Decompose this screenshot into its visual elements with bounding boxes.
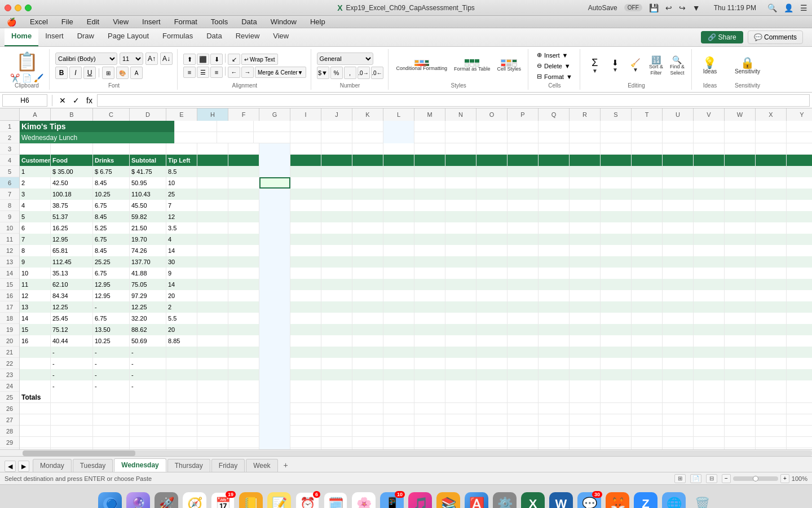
col-header-A[interactable]: A <box>20 108 51 121</box>
cell-A5[interactable]: 1 <box>20 166 51 177</box>
cell-V24[interactable] <box>694 380 725 392</box>
angle-counterclockwise-button[interactable]: ↙ <box>228 54 240 65</box>
cell-K7[interactable] <box>352 189 383 200</box>
cell-S27[interactable] <box>601 414 632 426</box>
cell-L14[interactable] <box>383 268 414 279</box>
cell-F29[interactable] <box>197 437 228 448</box>
cell-T29[interactable] <box>632 437 663 448</box>
cell-I10[interactable] <box>290 222 321 234</box>
cell-B14[interactable]: 35.13 <box>51 268 93 279</box>
cell-L17[interactable] <box>383 301 414 313</box>
cell-U25[interactable] <box>663 392 694 403</box>
menu-tools[interactable]: Tools <box>209 16 230 27</box>
cell-X3[interactable] <box>756 143 787 155</box>
cell-U12[interactable] <box>663 245 694 256</box>
cell-W25[interactable] <box>725 392 756 403</box>
row-num-9[interactable]: 9 <box>0 211 19 222</box>
cell-R17[interactable] <box>570 301 601 313</box>
tab-review[interactable]: Review <box>229 28 267 46</box>
col-header-R[interactable]: R <box>570 108 601 121</box>
cell-I6[interactable] <box>290 177 321 189</box>
cell-Q5[interactable] <box>539 166 570 177</box>
cell-F17[interactable] <box>197 301 228 313</box>
cell-D19[interactable]: 88.62 <box>130 324 166 335</box>
cell-V5[interactable] <box>694 166 725 177</box>
cell-V28[interactable] <box>694 426 725 437</box>
cell-Q12[interactable] <box>539 245 570 256</box>
cell-N19[interactable] <box>445 324 476 335</box>
cell-P19[interactable] <box>508 324 539 335</box>
cell-J19[interactable] <box>321 324 352 335</box>
cell-G15[interactable] <box>228 279 259 290</box>
cell-T12[interactable] <box>632 245 663 256</box>
cell-J9[interactable] <box>321 211 352 222</box>
cancel-formula-icon[interactable]: ✕ <box>57 95 68 106</box>
cell-C2[interactable] <box>217 132 254 143</box>
cell-G20[interactable] <box>228 335 259 347</box>
cell-J24[interactable] <box>321 380 352 392</box>
cell-W3[interactable] <box>725 143 756 155</box>
cell-G6[interactable] <box>228 177 259 189</box>
cell-E2[interactable] <box>290 132 321 143</box>
cell-M23[interactable] <box>414 369 445 380</box>
cell-C21[interactable]: - <box>93 347 130 358</box>
cell-B25[interactable] <box>51 392 93 403</box>
cell-Y29[interactable] <box>787 437 812 448</box>
fill-button[interactable]: ⬇ ▼ <box>606 58 624 75</box>
border-button[interactable]: ⊞ <box>102 67 114 79</box>
align-middle-button[interactable]: ⬛ <box>197 54 209 65</box>
cell-V8[interactable] <box>694 200 725 211</box>
cell-W8[interactable] <box>725 200 756 211</box>
col-header-K[interactable]: K <box>352 108 383 121</box>
cell-N21[interactable] <box>445 347 476 358</box>
cell-M6[interactable] <box>414 177 445 189</box>
cell-C20[interactable]: 10.25 <box>93 335 130 347</box>
cell-R5[interactable] <box>570 166 601 177</box>
cell-P16[interactable] <box>508 290 539 301</box>
cell-P5[interactable] <box>508 166 539 177</box>
cell-U29[interactable] <box>663 437 694 448</box>
cell-F24[interactable] <box>197 380 228 392</box>
cell-X29[interactable] <box>756 437 787 448</box>
cell-M10[interactable] <box>414 222 445 234</box>
cell-M12[interactable] <box>414 245 445 256</box>
cell-V21[interactable] <box>694 347 725 358</box>
cell-E24[interactable] <box>166 380 197 392</box>
cell-F13[interactable] <box>197 256 228 268</box>
col-header-U[interactable]: U <box>663 108 694 121</box>
insert-function-icon[interactable]: fx <box>84 95 95 106</box>
cell-J8[interactable] <box>321 200 352 211</box>
cell-X15[interactable] <box>756 279 787 290</box>
cell-X28[interactable] <box>756 426 787 437</box>
cell-U16[interactable] <box>663 290 694 301</box>
cell-S6[interactable] <box>601 177 632 189</box>
cell-Q17[interactable] <box>539 301 570 313</box>
cell-U8[interactable] <box>663 200 694 211</box>
redo-icon[interactable]: ↪ <box>679 3 686 12</box>
cell-Y3[interactable] <box>787 143 812 155</box>
cell-P13[interactable] <box>508 256 539 268</box>
cell-X25[interactable] <box>756 392 787 403</box>
cell-J3[interactable] <box>321 143 352 155</box>
cell-A24[interactable] <box>20 380 51 392</box>
cell-A6[interactable]: 2 <box>20 177 51 189</box>
cell-Y20[interactable] <box>787 335 812 347</box>
cell-J22[interactable] <box>321 358 352 369</box>
cell-P2[interactable] <box>632 132 663 143</box>
cell-E4[interactable]: Tip Left <box>166 155 197 166</box>
cell-V12[interactable] <box>694 245 725 256</box>
cell-W29[interactable] <box>725 437 756 448</box>
cell-W9[interactable] <box>725 211 756 222</box>
cell-O2[interactable] <box>601 132 632 143</box>
row-num-27[interactable]: 27 <box>0 414 19 426</box>
cell-F21[interactable] <box>197 347 228 358</box>
menu-data[interactable]: Data <box>239 16 259 27</box>
col-header-V[interactable]: V <box>694 108 725 121</box>
cell-N10[interactable] <box>445 222 476 234</box>
dock-ical[interactable]: 🗓️ <box>323 491 348 509</box>
cell-V19[interactable] <box>694 324 725 335</box>
cell-J20[interactable] <box>321 335 352 347</box>
cell-R20[interactable] <box>570 335 601 347</box>
cell-X26[interactable] <box>756 403 787 414</box>
cell-K18[interactable] <box>352 313 383 324</box>
